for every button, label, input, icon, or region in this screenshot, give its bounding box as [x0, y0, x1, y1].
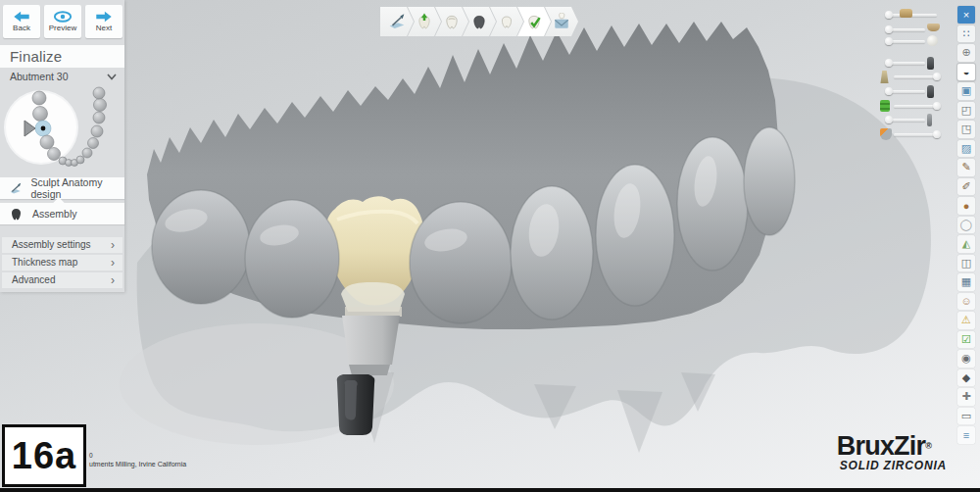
3d-viewport[interactable]: [0, 0, 980, 492]
abutment-selector[interactable]: Abutment 30: [0, 69, 124, 85]
fit-screen-icon: ∷: [963, 27, 970, 40]
screw-visibility-slider[interactable]: [880, 113, 945, 126]
slider-track[interactable]: [888, 62, 925, 65]
view-preset-2-button[interactable]: ◰: [957, 102, 975, 120]
warnings-button[interactable]: ⚠: [957, 312, 975, 329]
scanbody-visibility-slider[interactable]: [880, 99, 945, 113]
implant-dark-icon: [927, 85, 934, 98]
slider-handle[interactable]: [885, 11, 893, 19]
implant-b-visibility-slider[interactable]: [880, 84, 945, 98]
cross-section-button[interactable]: ◫: [957, 255, 975, 272]
sculpt-tool-icon: [9, 181, 22, 196]
ti-base-collar[interactable]: [345, 307, 402, 317]
slider-handle[interactable]: [933, 102, 941, 110]
slider-handle[interactable]: [885, 87, 893, 95]
brush-tool-button[interactable]: ✐: [957, 178, 975, 196]
slider-track[interactable]: [888, 28, 925, 31]
molar-tooth[interactable]: [410, 202, 512, 323]
slider-handle[interactable]: [885, 37, 893, 45]
slider-handle[interactable]: [885, 25, 893, 33]
next-button[interactable]: Next: [85, 5, 122, 38]
tooth-dot[interactable]: [33, 107, 48, 122]
slider-handle[interactable]: [885, 59, 893, 67]
tooth-dot[interactable]: [82, 148, 92, 158]
back-button[interactable]: Back: [3, 5, 40, 38]
thickness-map-row[interactable]: Thickness map ›: [2, 255, 122, 271]
patient-photo-button[interactable]: ☺: [957, 293, 975, 311]
analog-neck[interactable]: [349, 365, 390, 375]
scan-data-button[interactable]: ≡: [957, 426, 975, 444]
incisor-tooth[interactable]: [744, 127, 795, 235]
preview-eye-icon: [53, 11, 73, 23]
validate-button[interactable]: ☑: [957, 331, 975, 349]
maximize-view-button[interactable]: ×: [957, 6, 975, 24]
tooth-dot[interactable]: [32, 91, 46, 105]
chevron-down-icon: [107, 74, 117, 80]
tooth-dot[interactable]: [76, 156, 84, 164]
canine-tooth[interactable]: [677, 137, 748, 271]
slider-track[interactable]: [888, 90, 925, 93]
slider-handle[interactable]: [933, 73, 941, 80]
measure-icon: ▭: [961, 410, 971, 422]
molar-tooth[interactable]: [245, 200, 339, 318]
credit-line-1: 0: [89, 452, 186, 460]
preview-button[interactable]: Preview: [44, 5, 81, 38]
slider-handle[interactable]: [933, 130, 941, 138]
tooth-crown-icon: [443, 13, 461, 30]
view-preset-2-icon: ◰: [961, 104, 971, 117]
tooth-arch-chart[interactable]: [0, 84, 124, 174]
view-preset-4-icon: ▨: [961, 142, 971, 155]
articulator-button[interactable]: ✚: [957, 388, 975, 406]
tooth-dot[interactable]: [88, 138, 99, 149]
slider-track[interactable]: [888, 119, 925, 122]
tooth-dot[interactable]: [93, 87, 105, 99]
situ-scan-visibility-slider[interactable]: [880, 34, 945, 48]
tooth-insert-button[interactable]: ◭: [957, 235, 975, 253]
fit-screen-button[interactable]: ∷: [957, 25, 975, 43]
assembly-settings-row[interactable]: Assembly settings ›: [2, 237, 122, 253]
orbit-view-button[interactable]: ⊕: [957, 44, 975, 62]
zirconia-view-button[interactable]: ◆: [957, 369, 975, 387]
lab-analog-cylinder[interactable]: [342, 316, 400, 365]
cross-section-icon: ◫: [961, 257, 971, 270]
antagonist-visibility-slider[interactable]: [880, 8, 945, 22]
abutment-selector-label: Abutment 30: [10, 71, 69, 82]
snapshot-button[interactable]: ◉: [957, 350, 975, 368]
advanced-row[interactable]: Advanced ›: [2, 272, 122, 288]
credit-text: 0 utments Milling, Irvine California: [89, 452, 186, 468]
abutment-visibility-slider[interactable]: [880, 70, 945, 83]
add-material-tool-button[interactable]: ●: [957, 197, 975, 215]
implant-a-visibility-slider[interactable]: [880, 56, 945, 70]
tooth-dot[interactable]: [91, 125, 103, 137]
slider-track[interactable]: [888, 14, 937, 17]
occlusal-view-button[interactable]: ◒: [957, 64, 975, 81]
tooth-dot[interactable]: [94, 99, 107, 112]
send-case-icon: [553, 13, 570, 30]
advanced-label: Advanced: [12, 274, 55, 285]
grid-view-button[interactable]: ▦: [957, 273, 975, 291]
view-preset-4-button[interactable]: ▨: [957, 140, 975, 158]
slider-handle[interactable]: [885, 116, 893, 123]
waxup-visibility-slider[interactable]: [880, 127, 945, 141]
wax-knife-tool-button[interactable]: ✎: [957, 159, 975, 176]
step-assembly[interactable]: Assembly: [0, 203, 124, 224]
measure-button[interactable]: ▭: [957, 408, 975, 425]
tooth-dot[interactable]: [48, 148, 61, 161]
molar-tooth[interactable]: [152, 190, 250, 304]
next-label: Next: [96, 24, 112, 32]
slider-track[interactable]: [888, 40, 925, 43]
wizard-nav: Back Preview Next: [3, 5, 122, 38]
registered-mark: ®: [925, 441, 932, 451]
wax-knife-tool-icon: ✎: [961, 161, 970, 173]
toolbar-item-sculpt-tool[interactable]: [380, 7, 414, 36]
articulator-icon: ✚: [961, 390, 970, 403]
step-sculpt-anatomy[interactable]: Sculpt Anatomy design: [0, 177, 124, 199]
tooth-insert-icon: ◭: [962, 237, 970, 250]
ghost-tooth-button[interactable]: ◯: [957, 217, 975, 234]
tooth-dot[interactable]: [40, 135, 54, 149]
dental-cad-app: { "app": { "figure_label": "16a", "credi…: [0, 0, 980, 492]
view-preset-1-button[interactable]: ▣: [957, 82, 975, 100]
maximize-view-icon: ×: [963, 9, 969, 21]
tooth-dot[interactable]: [93, 112, 105, 123]
view-preset-3-button[interactable]: ◳: [957, 121, 975, 138]
